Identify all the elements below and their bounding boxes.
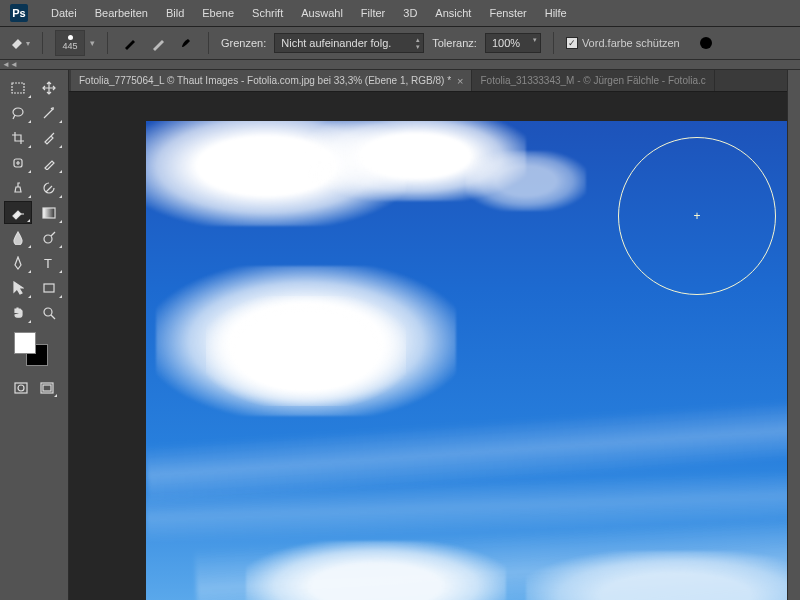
- brush-cursor: +: [618, 137, 776, 295]
- brush-size-value: 445: [62, 42, 77, 51]
- separator: [553, 32, 554, 54]
- brush-size-picker[interactable]: 445▾: [55, 30, 85, 56]
- tolerance-label: Toleranz:: [432, 37, 477, 49]
- menu-image[interactable]: Bild: [157, 0, 193, 27]
- shape-tool[interactable]: [35, 276, 63, 299]
- menu-window[interactable]: Fenster: [480, 0, 535, 27]
- menu-type[interactable]: Schrift: [243, 0, 292, 27]
- document-tab-inactive[interactable]: Fotolia_31333343_M - © Jürgen Fälchle - …: [472, 70, 714, 91]
- color-swatches[interactable]: [14, 332, 54, 368]
- crosshair-icon: +: [693, 210, 700, 222]
- screen-mode-tool[interactable]: [36, 378, 58, 398]
- pressure-icon[interactable]: [696, 33, 716, 53]
- menu-view[interactable]: Ansicht: [426, 0, 480, 27]
- brush-variant-icon[interactable]: [176, 33, 196, 53]
- lasso-tool[interactable]: [4, 101, 32, 124]
- canvas[interactable]: +: [146, 121, 787, 600]
- brush-icon[interactable]: [120, 33, 140, 53]
- separator: [208, 32, 209, 54]
- marquee-tool[interactable]: [4, 76, 32, 99]
- document-tab-active[interactable]: Fotolia_7775064_L © Thaut Images - Fotol…: [71, 70, 472, 91]
- menu-file[interactable]: Datei: [42, 0, 86, 27]
- svg-rect-1: [12, 83, 24, 93]
- clone-stamp-tool[interactable]: [4, 176, 32, 199]
- document-tabs: Fotolia_7775064_L © Thaut Images - Fotol…: [69, 70, 787, 92]
- svg-point-8: [44, 308, 52, 316]
- hand-tool[interactable]: [4, 301, 32, 324]
- menu-help[interactable]: Hilfe: [536, 0, 576, 27]
- protect-fg-checkbox[interactable]: ✓Vord.farbe schützen: [566, 37, 680, 49]
- zoom-tool[interactable]: [35, 301, 63, 324]
- svg-point-10: [18, 385, 24, 391]
- separator: [42, 32, 43, 54]
- app-logo: Ps: [10, 4, 28, 22]
- svg-point-5: [44, 235, 52, 243]
- eyedropper-tool[interactable]: [35, 126, 63, 149]
- right-panel-strip[interactable]: [787, 70, 800, 600]
- document-area: Fotolia_7775064_L © Thaut Images - Fotol…: [69, 70, 787, 600]
- crop-tool[interactable]: [4, 126, 32, 149]
- brush-tool[interactable]: [35, 151, 63, 174]
- quickmask-tool[interactable]: [10, 378, 32, 398]
- path-select-tool[interactable]: [4, 276, 32, 299]
- limits-dropdown[interactable]: Nicht aufeinander folg.▴▾: [274, 33, 424, 53]
- tolerance-dropdown[interactable]: 100%▾: [485, 33, 541, 53]
- gradient-tool[interactable]: [35, 201, 63, 224]
- canvas-wrapper: +: [69, 92, 787, 600]
- dodge-tool[interactable]: [35, 226, 63, 249]
- menu-bar: Ps Datei Bearbeiten Bild Ebene Schrift A…: [0, 0, 800, 27]
- eraser-tool-preset-icon[interactable]: ▾: [10, 33, 30, 53]
- move-tool[interactable]: [35, 76, 63, 99]
- pencil-icon[interactable]: [148, 33, 168, 53]
- healing-brush-tool[interactable]: [4, 151, 32, 174]
- menu-3d[interactable]: 3D: [394, 0, 426, 27]
- menu-filter[interactable]: Filter: [352, 0, 394, 27]
- menu-edit[interactable]: Bearbeiten: [86, 0, 157, 27]
- tab-collapse-strip[interactable]: ◄◄: [0, 60, 800, 70]
- type-tool[interactable]: T: [35, 251, 63, 274]
- svg-text:T: T: [44, 257, 52, 269]
- limits-label: Grenzen:: [221, 37, 266, 49]
- blur-tool[interactable]: [4, 226, 32, 249]
- foreground-color-swatch[interactable]: [14, 332, 36, 354]
- options-bar: ▾ 445▾ Grenzen: Nicht aufeinander folg.▴…: [0, 27, 800, 60]
- menu-select[interactable]: Auswahl: [292, 0, 352, 27]
- svg-rect-12: [43, 385, 51, 391]
- menu-layer[interactable]: Ebene: [193, 0, 243, 27]
- magic-wand-tool[interactable]: [35, 101, 63, 124]
- toolbox: T: [0, 70, 69, 600]
- svg-rect-4: [43, 208, 55, 218]
- separator: [107, 32, 108, 54]
- background-eraser-tool[interactable]: [4, 201, 32, 224]
- pen-tool[interactable]: [4, 251, 32, 274]
- svg-rect-7: [44, 284, 54, 292]
- history-brush-tool[interactable]: [35, 176, 63, 199]
- close-tab-icon[interactable]: ×: [457, 70, 463, 92]
